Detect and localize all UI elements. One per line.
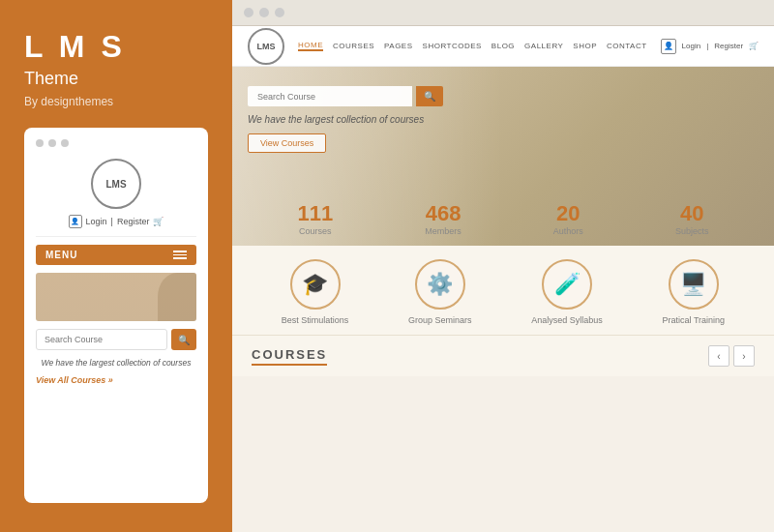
- stat-subjects: 40 Subjects: [675, 201, 709, 236]
- nav-pages[interactable]: PAGES: [384, 42, 412, 50]
- hamburger-line-3: [173, 257, 187, 259]
- mobile-login-row: 👤 Login | Register 🛒: [69, 215, 164, 228]
- hero-content: 🔍 We have the largest collection of cour…: [248, 86, 443, 153]
- nav-user-icon: 👤: [661, 39, 676, 54]
- courses-prev-button[interactable]: ‹: [708, 345, 729, 367]
- stat-courses-number: 111: [298, 201, 334, 226]
- feature-group-seminars-icon: ⚙️: [415, 259, 465, 310]
- courses-next-button[interactable]: ›: [733, 345, 755, 367]
- left-panel: L M S Theme By designthemes LMS 👤 Login …: [0, 0, 232, 532]
- mobile-hero-image: [36, 273, 196, 321]
- mobile-dot-1: [36, 139, 44, 147]
- mobile-search-row: 🔍: [36, 329, 196, 350]
- stat-members-label: Members: [425, 226, 461, 236]
- feature-best-stimulations-label: Best Stimulations: [282, 315, 349, 325]
- nav-home[interactable]: HOME: [298, 41, 323, 51]
- mobile-login-label[interactable]: Login: [86, 217, 107, 226]
- lms-by: By designthemes: [24, 95, 208, 108]
- mobile-search-input[interactable]: [36, 329, 167, 350]
- hero-search-input[interactable]: [248, 86, 412, 106]
- browser-dot-1: [244, 8, 253, 17]
- nav-blog[interactable]: BLOG: [491, 42, 515, 50]
- mobile-register-label[interactable]: Register: [117, 217, 150, 226]
- nav-courses[interactable]: COURSES: [333, 42, 374, 50]
- mobile-dot-2: [48, 139, 56, 147]
- courses-title: COURSES: [252, 347, 327, 366]
- nav-right: 👤 Login | Register 🛒: [661, 39, 759, 54]
- feature-analysed-syllabus: 🧪 Analysed Syllabus: [531, 259, 603, 325]
- mobile-search-button[interactable]: 🔍: [171, 329, 196, 350]
- mobile-menu-bar[interactable]: MENU: [36, 245, 196, 265]
- stat-authors: 20 Authors: [553, 201, 583, 236]
- nav-login[interactable]: Login: [682, 42, 701, 50]
- right-panel: LMS HOME COURSES PAGES SHORTCODES BLOG G…: [232, 0, 774, 532]
- mobile-cart-icon: 🛒: [153, 217, 164, 226]
- browser-dot-2: [259, 8, 269, 17]
- courses-section: COURSES ‹ ›: [232, 336, 774, 376]
- mobile-dot-3: [61, 139, 69, 147]
- site-logo[interactable]: LMS: [248, 28, 284, 65]
- hamburger-line-2: [173, 254, 187, 256]
- features-section: 🎓 Best Stimulations ⚙️ Group Seminars 🧪 …: [232, 246, 774, 336]
- feature-analysed-syllabus-icon: 🧪: [542, 259, 592, 310]
- feature-pratical-training: 🖥️ Pratical Training: [663, 259, 726, 325]
- lms-title: L M S: [24, 29, 208, 65]
- nav-gallery[interactable]: GALLERY: [524, 42, 563, 50]
- hero-section: 🔍 We have the largest collection of cour…: [232, 67, 774, 246]
- feature-best-stimulations-icon: 🎓: [290, 259, 341, 310]
- stats-row: 111 Courses 468 Members 20 Authors 40 Su…: [232, 201, 774, 236]
- hamburger-line-1: [173, 251, 187, 252]
- nav-shortcodes[interactable]: SHORTCODES: [423, 42, 482, 50]
- stat-courses-label: Courses: [298, 226, 334, 236]
- nav-register[interactable]: Register: [714, 42, 743, 50]
- mobile-menu-label: MENU: [45, 250, 77, 260]
- feature-group-seminars: ⚙️ Group Seminars: [408, 259, 472, 325]
- feature-group-seminars-label: Group Seminars: [408, 315, 472, 325]
- mobile-logo-area: LMS 👤 Login | Register 🛒: [36, 159, 196, 237]
- mobile-logo: LMS: [91, 159, 141, 209]
- stat-authors-number: 20: [553, 201, 583, 226]
- feature-pratical-training-label: Pratical Training: [663, 315, 726, 325]
- hero-tagline: We have the largest collection of course…: [248, 114, 443, 125]
- browser-chrome: [232, 0, 774, 26]
- courses-header: COURSES ‹ ›: [252, 345, 755, 367]
- stat-authors-label: Authors: [553, 226, 583, 236]
- stat-members-number: 468: [425, 201, 461, 226]
- nav-shop[interactable]: SHOP: [573, 42, 597, 50]
- stat-subjects-number: 40: [675, 201, 709, 226]
- mobile-mockup: LMS 👤 Login | Register 🛒 MENU 🔍 We have …: [24, 128, 208, 503]
- site-nav: LMS HOME COURSES PAGES SHORTCODES BLOG G…: [232, 26, 774, 67]
- mobile-separator: |: [111, 217, 113, 226]
- nav-contact[interactable]: CONTACT: [607, 42, 647, 50]
- feature-analysed-syllabus-label: Analysed Syllabus: [531, 315, 603, 325]
- hero-search-row: 🔍: [248, 86, 443, 106]
- nav-cart-icon: 🛒: [749, 42, 759, 50]
- lms-subtitle: Theme: [24, 69, 208, 89]
- stat-courses: 111 Courses: [298, 201, 334, 236]
- mobile-view-all-link[interactable]: View All Courses: [36, 375, 196, 385]
- feature-best-stimulations: 🎓 Best Stimulations: [282, 259, 349, 325]
- nav-separator: |: [706, 42, 708, 50]
- mobile-user-icon: 👤: [69, 215, 82, 228]
- courses-nav: ‹ ›: [708, 345, 755, 367]
- stat-members: 468 Members: [425, 201, 461, 236]
- mobile-tagline: We have the largest collection of course…: [36, 358, 196, 368]
- browser-dot-3: [275, 8, 284, 17]
- hero-view-button[interactable]: View Courses: [248, 133, 326, 153]
- mobile-dots: [36, 139, 196, 147]
- feature-pratical-training-icon: 🖥️: [669, 259, 719, 310]
- hero-search-button[interactable]: 🔍: [416, 86, 443, 106]
- nav-links: HOME COURSES PAGES SHORTCODES BLOG GALLE…: [298, 41, 647, 51]
- website-preview: LMS HOME COURSES PAGES SHORTCODES BLOG G…: [232, 26, 774, 532]
- stat-subjects-label: Subjects: [675, 226, 709, 236]
- hamburger-icon: [173, 251, 187, 259]
